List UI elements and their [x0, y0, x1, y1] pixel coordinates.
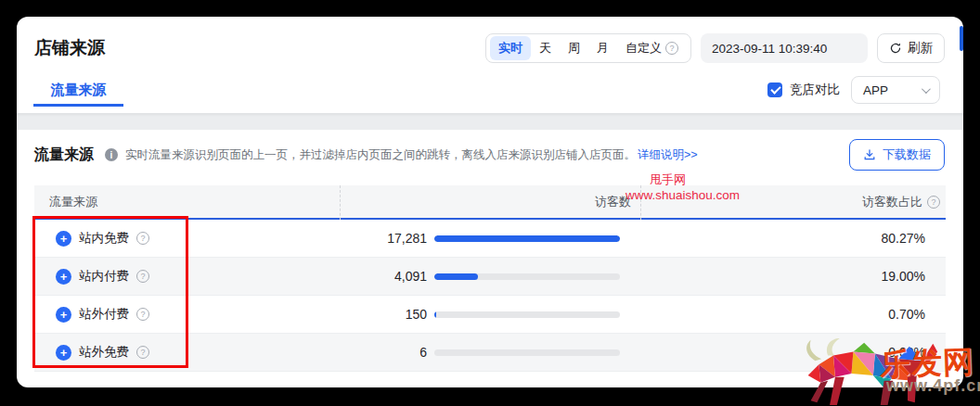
compare-checkbox-wrap[interactable]: 竞店对比 — [767, 82, 840, 98]
table-row-offsite-free[interactable]: + 站外免费 ? 6 0.03% — [34, 334, 946, 372]
share-value: 0.03% — [640, 345, 946, 360]
table-row-onsite-paid[interactable]: + 站内付费 ? 4,091 19.00% — [34, 258, 946, 296]
refresh-button[interactable]: 刷新 — [877, 33, 945, 63]
visitors-bar — [434, 311, 620, 318]
section-title: 流量来源 — [34, 146, 94, 165]
time-option-month[interactable]: 月 — [588, 36, 617, 60]
visitors-bar-fill — [434, 273, 478, 280]
expand-row-icon[interactable]: + — [56, 231, 71, 247]
row-label: 站外付费 — [79, 306, 129, 323]
row-help-icon[interactable]: ? — [136, 232, 149, 245]
col-header-visitors: 访客数 — [340, 194, 640, 210]
compare-checkbox-label: 竞店对比 — [790, 82, 840, 98]
row-help-icon[interactable]: ? — [136, 308, 149, 321]
expand-row-icon[interactable]: + — [56, 307, 71, 323]
time-option-day[interactable]: 天 — [531, 36, 560, 60]
row-label: 站内免费 — [79, 230, 129, 247]
screenshot-root: 店铺来源 实时 天 周 月 自定义 ? 2023-09-11 10:39:40 — [0, 0, 980, 406]
page-title: 店铺来源 — [34, 36, 105, 60]
col-header-source: 流量来源 — [34, 194, 340, 210]
time-option-realtime[interactable]: 实时 — [490, 36, 531, 60]
custom-help-icon[interactable]: ? — [665, 42, 678, 55]
visitors-bar-fill — [434, 311, 436, 318]
info-icon: i — [105, 148, 118, 161]
section-divider — [17, 113, 963, 130]
row-label: 站外免费 — [79, 344, 129, 361]
row-help-icon[interactable]: ? — [136, 270, 149, 283]
row-label: 站内付费 — [79, 268, 129, 285]
refresh-icon — [889, 42, 902, 55]
tab-traffic-source[interactable]: 流量来源 — [33, 76, 123, 107]
visitors-bar-fill — [434, 235, 620, 242]
time-range-segmented: 实时 天 周 月 自定义 ? — [485, 33, 691, 63]
table-row-onsite-free[interactable]: + 站内免费 ? 17,281 80.27% — [34, 220, 946, 258]
datetime-display[interactable]: 2023-09-11 10:39:40 — [701, 33, 868, 63]
compare-controls: 竞店对比 APP — [767, 76, 940, 104]
table-body: + 站内免费 ? 17,281 80.27% + 站内付费 ? — [34, 218, 946, 372]
share-value: 19.00% — [640, 269, 946, 284]
visitors-bar — [434, 349, 620, 356]
row-help-icon[interactable]: ? — [136, 346, 149, 359]
time-option-week[interactable]: 周 — [560, 36, 588, 60]
time-option-custom[interactable]: 自定义 ? — [617, 36, 687, 60]
scrollbar-thumb[interactable] — [960, 26, 963, 51]
section-header: 流量来源 i 实时流量来源识别页面的上一页，并过滤掉店内页面之间的跳转，离线入店… — [34, 139, 945, 171]
share-value: 80.27% — [640, 231, 946, 246]
traffic-source-table: 流量来源 访客数 访客数占比 ? + 站内免费 ? 17,28 — [34, 185, 946, 372]
expand-row-icon[interactable]: + — [56, 269, 71, 285]
section-description: 实时流量来源识别页面的上一页，并过滤掉店内页面之间的跳转，离线入店来源识别店铺入… — [125, 147, 636, 163]
share-value: 0.70% — [640, 307, 946, 322]
time-controls: 实时 天 周 月 自定义 ? 2023-09-11 10:39:40 刷新 — [485, 33, 945, 63]
compare-checkbox-checked[interactable] — [767, 82, 782, 97]
platform-select-value: APP — [863, 83, 888, 97]
table-header: 流量来源 访客数 访客数占比 ? — [34, 185, 946, 218]
store-source-panel: 店铺来源 实时 天 周 月 自定义 ? 2023-09-11 10:39:40 — [17, 17, 963, 387]
table-row-offsite-paid[interactable]: + 站外付费 ? 150 0.70% — [34, 296, 946, 334]
download-icon — [863, 148, 876, 161]
watermark-shuaishou-url: www.shuaishou.com — [625, 188, 740, 202]
visitors-bar — [434, 235, 620, 242]
expand-row-icon[interactable]: + — [56, 345, 71, 361]
visitors-value: 6 — [419, 345, 427, 360]
visitors-value: 4,091 — [394, 269, 427, 284]
chevron-down-icon — [922, 84, 931, 94]
platform-select[interactable]: APP — [851, 76, 940, 104]
visitors-value: 17,281 — [387, 231, 427, 246]
download-data-button[interactable]: 下载数据 — [849, 139, 945, 171]
visitors-value: 150 — [406, 307, 427, 322]
visitors-bar — [434, 273, 620, 280]
detail-link[interactable]: 详细说明>> — [638, 147, 698, 163]
share-help-icon[interactable]: ? — [927, 196, 940, 209]
watermark-shuaishou-name: 甩手网 — [650, 171, 686, 188]
